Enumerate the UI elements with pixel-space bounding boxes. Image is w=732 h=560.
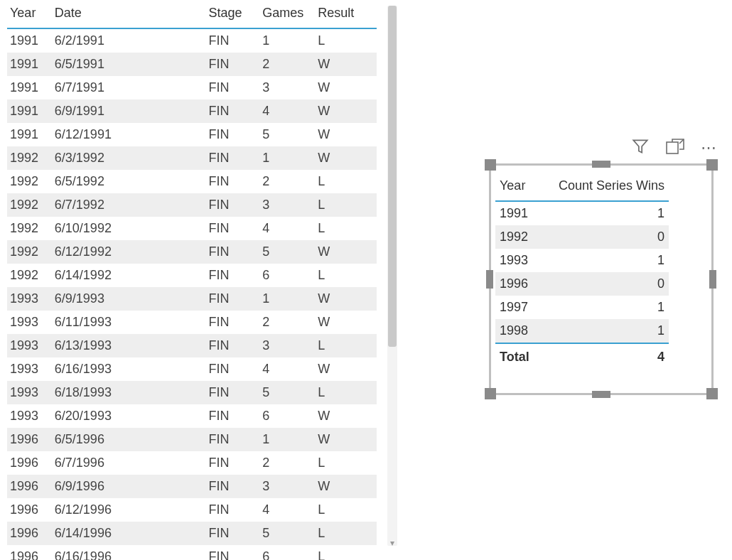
scroll-down-icon[interactable]: ▾ xyxy=(387,539,397,547)
table-header-row: Year Date Stage Games Result xyxy=(7,0,377,28)
resize-handle-br[interactable] xyxy=(706,388,718,399)
table-row[interactable]: 19936/20/1993FIN6W xyxy=(7,404,377,428)
cell-games: 1 xyxy=(259,28,315,53)
cell-year: 1991 xyxy=(7,99,52,123)
table-row[interactable]: 19966/14/1996FIN5L xyxy=(7,522,377,545)
cell-result: L xyxy=(315,217,377,240)
more-options-icon[interactable]: ⋯ xyxy=(701,139,718,157)
cell-year: 1992 xyxy=(7,264,52,287)
resize-handle-bl[interactable] xyxy=(485,388,496,399)
series-wins-visual[interactable]: Year Count Series Wins 19911199201993119… xyxy=(489,163,714,395)
table-row[interactable]: 19916/7/1991FIN3W xyxy=(7,76,377,99)
table-row[interactable]: 19920 xyxy=(495,225,669,249)
table-row[interactable]: 19936/18/1993FIN5L xyxy=(7,381,377,404)
focus-mode-icon[interactable] xyxy=(665,137,685,159)
table-row[interactable]: 19966/7/1996FIN2L xyxy=(7,451,377,475)
resize-handle-tr[interactable] xyxy=(706,159,718,171)
cell-year: 1993 xyxy=(7,381,52,404)
table-row[interactable]: 19926/10/1992FIN4L xyxy=(7,217,377,240)
cell-date: 6/12/1991 xyxy=(52,123,206,146)
cell-stage: FIN xyxy=(205,99,259,123)
col-header-result[interactable]: Result xyxy=(315,0,377,28)
cell-games: 2 xyxy=(259,311,315,334)
col-header-year[interactable]: Year xyxy=(495,174,539,201)
cell-games: 3 xyxy=(259,76,315,99)
scrollbar-thumb[interactable] xyxy=(388,6,397,347)
resize-handle-tl[interactable] xyxy=(485,159,496,171)
cell-count: 1 xyxy=(539,249,669,272)
cell-games: 3 xyxy=(259,334,315,357)
table-row[interactable]: 19966/12/1996FIN4L xyxy=(7,498,377,522)
col-header-year[interactable]: Year xyxy=(7,0,52,28)
table-row[interactable]: 19981 xyxy=(495,319,669,343)
cell-count: 1 xyxy=(539,319,669,343)
table-row[interactable]: 19916/5/1991FIN2W xyxy=(7,53,377,76)
table-row[interactable]: 19960 xyxy=(495,272,669,296)
cell-stage: FIN xyxy=(205,217,259,240)
cell-date: 6/18/1993 xyxy=(52,381,206,404)
table-row[interactable]: 19971 xyxy=(495,296,669,319)
cell-date: 6/16/1993 xyxy=(52,357,206,381)
cell-count: 1 xyxy=(539,296,669,319)
cell-date: 6/11/1993 xyxy=(52,311,206,334)
cell-stage: FIN xyxy=(205,428,259,451)
table-row[interactable]: 19966/5/1996FIN1W xyxy=(7,428,377,451)
table-row[interactable]: 19926/7/1992FIN3L xyxy=(7,193,377,217)
table-row[interactable]: 19966/16/1996FIN6L xyxy=(7,545,377,560)
filter-icon[interactable] xyxy=(631,137,650,159)
cell-games: 6 xyxy=(259,264,315,287)
total-label: Total xyxy=(495,343,539,369)
cell-stage: FIN xyxy=(205,264,259,287)
col-header-stage[interactable]: Stage xyxy=(205,0,259,28)
cell-games: 1 xyxy=(259,287,315,311)
cell-year: 1992 xyxy=(7,217,52,240)
table-row[interactable]: 19931 xyxy=(495,249,669,272)
cell-games: 6 xyxy=(259,545,315,560)
table-row[interactable]: 19916/9/1991FIN4W xyxy=(7,99,377,123)
cell-stage: FIN xyxy=(205,498,259,522)
cell-games: 2 xyxy=(259,451,315,475)
cell-result: L xyxy=(315,170,377,193)
cell-games: 4 xyxy=(259,99,315,123)
cell-date: 6/9/1996 xyxy=(52,475,206,498)
cell-result: L xyxy=(315,545,377,560)
cell-stage: FIN xyxy=(205,53,259,76)
table-row[interactable]: 19936/9/1993FIN1W xyxy=(7,287,377,311)
table-row[interactable]: 19926/12/1992FIN5W xyxy=(7,240,377,264)
cell-games: 4 xyxy=(259,498,315,522)
cell-year: 1992 xyxy=(7,193,52,217)
resize-handle-l[interactable] xyxy=(486,270,493,289)
cell-games: 3 xyxy=(259,475,315,498)
table-row[interactable]: 19916/12/1991FIN5W xyxy=(7,123,377,146)
col-header-games[interactable]: Games xyxy=(259,0,315,28)
cell-stage: FIN xyxy=(205,28,259,53)
cell-result: W xyxy=(315,240,377,264)
table-row[interactable]: 19936/16/1993FIN4W xyxy=(7,357,377,381)
resize-handle-b[interactable] xyxy=(592,391,610,398)
scrollbar-track[interactable]: ▴ ▾ xyxy=(387,6,397,546)
table-row[interactable]: 19966/9/1996FIN3W xyxy=(7,475,377,498)
resize-handle-r[interactable] xyxy=(709,270,716,289)
table-row[interactable]: 19926/14/1992FIN6L xyxy=(7,264,377,287)
cell-year: 1991 xyxy=(495,201,539,225)
cell-year: 1996 xyxy=(7,522,52,545)
games-table-visual[interactable]: Year Date Stage Games Result 19916/2/199… xyxy=(7,0,377,560)
table-row[interactable]: 19936/13/1993FIN3L xyxy=(7,334,377,357)
table-row[interactable]: 19911 xyxy=(495,201,669,225)
cell-games: 2 xyxy=(259,170,315,193)
resize-handle-t[interactable] xyxy=(592,161,610,168)
cell-stage: FIN xyxy=(205,451,259,475)
cell-games: 5 xyxy=(259,381,315,404)
table-row[interactable]: 19926/5/1992FIN2L xyxy=(7,170,377,193)
total-value: 4 xyxy=(539,343,669,369)
table-row[interactable]: 19916/2/1991FIN1L xyxy=(7,28,377,53)
col-header-date[interactable]: Date xyxy=(52,0,206,28)
series-wins-table: Year Count Series Wins 19911199201993119… xyxy=(495,174,669,369)
cell-result: W xyxy=(315,475,377,498)
cell-year: 1993 xyxy=(7,404,52,428)
cell-year: 1997 xyxy=(495,296,539,319)
table-row[interactable]: 19926/3/1992FIN1W xyxy=(7,146,377,170)
table-header-row: Year Count Series Wins xyxy=(495,174,669,201)
col-header-count[interactable]: Count Series Wins xyxy=(539,174,669,201)
table-row[interactable]: 19936/11/1993FIN2W xyxy=(7,311,377,334)
